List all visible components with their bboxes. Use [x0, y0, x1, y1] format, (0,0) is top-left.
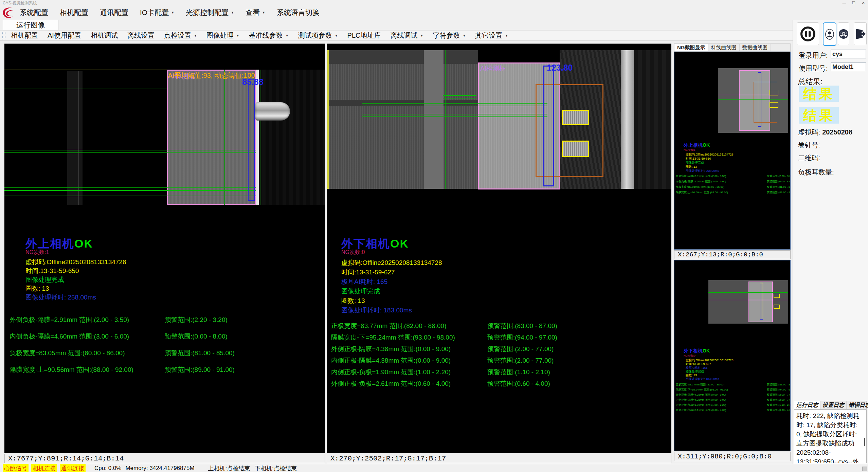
- measurement-row: 内侧正极-隔膜=4.38mm 范围:(0.00 - 9.00) 预警范围:(2.…: [676, 398, 790, 403]
- left-camera-coord-bar: X:7677;Y:891;R:14;G:14;B:14: [4, 454, 325, 463]
- mini-scene: [718, 68, 788, 133]
- menu-items: 系统配置 相机配置 通讯配置 IO卡配置 ▼ 光源控制配置 ▼ 查看 ▼ 系统语…: [20, 8, 320, 17]
- result-badge: 结果: [799, 107, 839, 124]
- info-line: 圈数: 13: [686, 165, 733, 169]
- menu-item[interactable]: IO卡配置 ▼: [140, 8, 174, 17]
- toolbar-items: 相机配置 AI使用配置 相机调试 离线设置 点检设置 ▼ 图像处理 ▼ 基准线参…: [11, 31, 508, 40]
- log-tabs: 运行日志 设置日志 错误日志: [794, 401, 867, 410]
- maximize-button[interactable]: ☐: [849, 0, 858, 5]
- view-tabstrip: 运行图像: [0, 20, 868, 30]
- measurement-list: 正极宽度=83.77mm 范围:(82.00 - 88.00) 预警范围:(83…: [331, 322, 664, 391]
- cpu-usage: Cpu: 0.0%: [94, 465, 121, 472]
- tab-ng-display[interactable]: NG截图显示: [674, 44, 708, 51]
- dropdown-caret-icon: ▼: [505, 34, 508, 37]
- dropdown-caret-icon: ▼: [420, 34, 423, 37]
- green-guide-line: [443, 98, 476, 98]
- menu-item[interactable]: 光源控制配置 ▼: [186, 8, 234, 17]
- logout-button[interactable]: [854, 22, 867, 45]
- toolbar-item[interactable]: 其它设置 ▼: [475, 31, 508, 40]
- ng-count: NG次数:0: [341, 249, 365, 256]
- camera-info-lines: 虚拟码:Offline20250208133134728时间:13-31-59-…: [25, 258, 126, 302]
- mini-ng-count: NG次数:1: [684, 148, 695, 152]
- left-camera-panel[interactable]: AI检测框 AI平均阈值:93, 动态阈值:100 85.88 外上相机OK N…: [4, 43, 325, 453]
- login-user-input[interactable]: [831, 50, 866, 58]
- toolbar-item[interactable]: 字符参数 ▼: [433, 31, 466, 40]
- info-line: 图像处理完成: [686, 369, 733, 373]
- yellow-tab-box: [562, 141, 589, 157]
- comm-connection-status: 通讯连接: [60, 464, 86, 472]
- run-log-text[interactable]: 耗时: 222, 缺陷检测耗时: 17, 缺陷分类耗时: 0, 缺陷提取分区耗时…: [794, 410, 867, 463]
- info-line: 圈数: 13: [686, 373, 733, 377]
- tab-settings-log[interactable]: 设置日志: [820, 401, 847, 409]
- dropdown-caret-icon: ▼: [262, 11, 265, 14]
- green-guide-line: [4, 187, 256, 188]
- center-camera-panel[interactable]: AI检测框 123.80 外下相机OK NG次数:0 虚拟码:Offline20…: [327, 43, 671, 453]
- info-line: 时间:13-31-59-627: [686, 362, 733, 366]
- login-user-label: 登录用户:: [799, 51, 828, 60]
- tab-run-image[interactable]: 运行图像: [3, 20, 58, 30]
- toolbar-item[interactable]: AI使用配置: [48, 31, 81, 40]
- mini-ng-count: NG次数:0: [684, 354, 695, 358]
- measurement-row: 内侧负极-隔膜=4.60mm 范围:(3.00 - 6.00) 预警范围:(0.…: [10, 332, 325, 349]
- toolbar-item[interactable]: 相机配置: [11, 31, 38, 40]
- user-group-button[interactable]: [838, 22, 849, 45]
- ng-preview-top[interactable]: 外上相机OK NG次数:1 虚拟码:Offline202502081331347…: [674, 52, 791, 250]
- bright-strip: [621, 50, 634, 189]
- toolbar-item[interactable]: 基准线参数 ▼: [249, 31, 289, 40]
- info-line: 图像处理耗时: 183.00ms: [686, 377, 733, 381]
- pause-button[interactable]: [797, 22, 819, 45]
- tab-line-curve[interactable]: 料线曲线图: [708, 44, 740, 51]
- mini-yellow-box: [770, 90, 778, 95]
- ai-detect-box: [167, 70, 256, 205]
- texture: [78, 71, 79, 205]
- info-line: 时间:13-31-59-650: [686, 157, 733, 161]
- minimize-button[interactable]: —: [839, 0, 849, 5]
- info-line: 极耳AI耗时: 165: [341, 277, 442, 287]
- measurement-row: 负极宽度=83.05mm 范围:(80.00 - 86.00) 预警范围:(81…: [676, 185, 790, 190]
- virtual-code-label: 虚拟码: 20250208: [798, 128, 852, 137]
- texture: [259, 70, 325, 205]
- menu-item[interactable]: 查看 ▼: [246, 8, 265, 17]
- dropdown-caret-icon: ▼: [231, 11, 234, 14]
- sheet-bright-edge: [256, 70, 259, 205]
- center-camera-coord-bar: X:270;Y:2502;R:17;G:17;B:17: [327, 454, 671, 463]
- tab-error-log[interactable]: 错误日志: [847, 401, 868, 409]
- mini-green-line: [708, 292, 788, 293]
- app-logo-icon: [1, 6, 15, 20]
- info-line: 时间:13-31-59-650: [25, 267, 126, 275]
- toolbar-item[interactable]: 图像处理 ▼: [206, 31, 239, 40]
- green-guide-line: [4, 152, 256, 153]
- green-vertical-line: [260, 70, 260, 205]
- menu-item[interactable]: 通讯配置: [100, 8, 128, 17]
- lower-camera-check-status: 下相机:点检结束: [255, 465, 297, 472]
- ng-preview-bottom[interactable]: 外下相机OK NG次数:0 虚拟码:Offline202502081331347…: [674, 260, 791, 451]
- heartbeat-status: 心跳信号: [3, 464, 29, 472]
- tab-run-log[interactable]: 运行日志: [794, 401, 820, 409]
- user-button[interactable]: [823, 22, 836, 46]
- toolbar-item[interactable]: 离线设置: [127, 31, 155, 40]
- mini-blue-box: [760, 283, 763, 320]
- toolbar-grip[interactable]: [2, 32, 5, 39]
- green-guide-line: [4, 89, 167, 89]
- mini-yellow-box: [774, 294, 780, 298]
- resize-grip[interactable]: [862, 467, 867, 471]
- status-bar: 心跳信号 相机连接 通讯连接 Cpu: 0.0% Memory: 3424.41…: [0, 464, 868, 472]
- info-line: 图像处理完成: [25, 275, 126, 284]
- menu-item[interactable]: 系统语言切换: [277, 8, 320, 17]
- menu-item[interactable]: 系统配置: [20, 8, 48, 17]
- toolbar-item[interactable]: 点检设置 ▼: [164, 31, 197, 40]
- mini-info-lines: 虚拟码:Offline20250208133134728时间:13-31-59-…: [686, 152, 733, 173]
- menu-item[interactable]: 相机配置: [60, 8, 88, 17]
- yellow-tab-box: [562, 110, 589, 125]
- tab-data-curve[interactable]: 数据曲线图: [740, 44, 771, 51]
- measurement-row: 外侧负极-隔膜=2.91mm 范围:(2.00 - 3.50) 预警范围:(2.…: [10, 315, 325, 332]
- toolbar-item[interactable]: 测试项参数 ▼: [298, 31, 338, 40]
- toolbar-item[interactable]: 离线调试 ▼: [391, 31, 423, 40]
- title-bar: CYS-视觉检测系统 — ☐ ✕: [0, 0, 868, 5]
- model-input[interactable]: [831, 62, 866, 71]
- toolbar-item[interactable]: PLC地址库: [347, 31, 381, 40]
- dropdown-caret-icon: ▼: [236, 34, 239, 37]
- dropdown-caret-icon: ▼: [286, 34, 289, 37]
- close-button[interactable]: ✕: [858, 0, 868, 5]
- toolbar-item[interactable]: 相机调试: [91, 31, 118, 40]
